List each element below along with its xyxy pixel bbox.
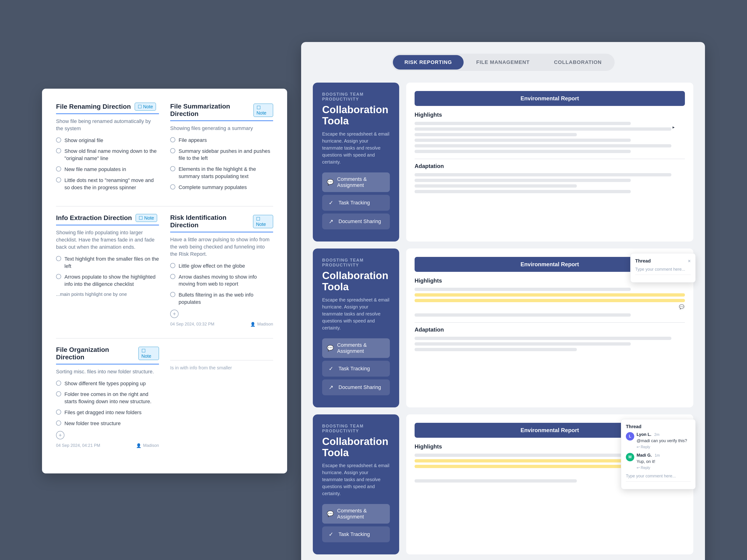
card-label-2: BOOSTING TEAM PRODUCTIVITY [322, 258, 390, 268]
reply-link-2[interactable]: ↩ Reply [637, 465, 691, 470]
tracking-label-3: Task Tracking [338, 531, 370, 537]
line [415, 190, 631, 193]
checkbox-1[interactable] [56, 137, 61, 142]
line [415, 139, 631, 142]
checkbox-3[interactable] [56, 166, 61, 171]
file-renaming-title: File Renaming Direction [56, 103, 131, 110]
tracking-label-2: Task Tracking [338, 366, 370, 372]
comment-time-1: 2m [654, 433, 660, 436]
checkbox-16[interactable] [56, 409, 61, 415]
comment-1: L Lyon L. 2m @madi can you verify this? … [626, 432, 691, 449]
checkbox-7[interactable] [170, 166, 175, 171]
thread-input-comments[interactable]: Type your comment here... [626, 474, 691, 482]
info-extraction-desc: Showing file info populating into larger… [56, 229, 159, 250]
tracking-label-1: Task Tracking [338, 200, 370, 206]
tab-collaboration[interactable]: COLLABORATION [542, 55, 613, 70]
sharing-icon-2: ↗ [327, 383, 335, 392]
list-item: Files get dragged into new folders [56, 409, 159, 416]
risk-identification-note-badge: ☐ Note [253, 215, 273, 228]
line [415, 348, 577, 351]
comment-time-2: 1m [654, 453, 660, 457]
line [415, 122, 631, 125]
checkbox-2[interactable] [56, 148, 61, 153]
file-summarization-desc: Showing files generating a summary [170, 125, 273, 132]
list-item: Little dots next to "renaming" move and … [56, 177, 159, 191]
extra-note: ...main points highlight one by one [56, 292, 159, 297]
highlighted-line-2 [415, 299, 685, 302]
checkbox-13[interactable] [170, 292, 175, 297]
highlights-content-1 [415, 122, 685, 153]
file-renaming-desc: Show file being renamed automatically by… [56, 118, 159, 132]
sharing-label-1: Document Sharing [338, 218, 381, 224]
thread-input-empty[interactable]: Type your comment here... [635, 267, 691, 275]
document-sharing-button-2[interactable]: ↗ Document Sharing [322, 379, 390, 395]
task-tracking-button-1[interactable]: ✓ Task Tracking [322, 195, 390, 211]
line [415, 337, 671, 340]
comment-author-2: Madi G. [637, 453, 652, 458]
file-summarization-title: File Summarization Direction [170, 103, 250, 117]
comments-icon-3: 💬 [327, 510, 334, 518]
task-tracking-button-3[interactable]: ✓ Task Tracking [322, 526, 390, 542]
tab-file-management[interactable]: FILE MANAGEMENT [465, 55, 541, 70]
card-row-1: BOOSTING TEAM PRODUCTIVITY Collaboration… [313, 83, 693, 241]
risk-identification-title: Risk Identification Direction [170, 214, 249, 229]
comments-assignment-button-1[interactable]: 💬 Comments & Assignment [322, 172, 390, 192]
checkbox-11[interactable] [170, 263, 175, 268]
comments-label-1: Comments & Assignment [337, 176, 385, 188]
document-sharing-button-1[interactable]: ↗ Document Sharing [322, 213, 390, 229]
adaptation-label-2: Adaptation [415, 326, 685, 333]
comment-dot: 💬 [678, 303, 685, 310]
avatar-lyon: L [626, 432, 634, 441]
risk-identification-section: Risk Identification Direction ☐ Note Hav… [170, 214, 273, 327]
thread-title-empty: Thread [635, 258, 651, 264]
thread-panel-comments: Thread L Lyon L. 2m @madi can you verify… [621, 419, 696, 489]
card-desc-3: Escape the spreadsheet & email hurricane… [322, 462, 390, 497]
list-item: Summary sidebar pushes in and pushes fil… [170, 148, 273, 162]
checkbox-15[interactable] [56, 391, 61, 396]
checkbox-4[interactable] [56, 177, 61, 183]
content-area-3: Environmental Report Highlights 💬 Thread [406, 415, 693, 555]
checkbox-14[interactable] [56, 380, 61, 386]
close-thread-button[interactable]: × [688, 258, 691, 264]
tracking-icon-1: ✓ [327, 198, 335, 207]
file-organization-title: File Organization Direction [56, 346, 135, 361]
thread-title-comments: Thread [626, 424, 642, 429]
task-tracking-button-2[interactable]: ✓ Task Tracking [322, 361, 390, 377]
line [415, 144, 671, 148]
report-header-1: Environmental Report [415, 91, 685, 106]
line [415, 173, 671, 177]
card-row-2: BOOSTING TEAM PRODUCTIVITY Collaboration… [313, 248, 693, 407]
file-renaming-note-badge: ☐ Note [135, 103, 156, 111]
highlights-content-2: 💬 [415, 288, 685, 317]
checkbox-8[interactable] [170, 184, 175, 189]
checkbox-10[interactable] [56, 274, 61, 279]
card-desc-2: Escape the spreadsheet & email hurricane… [322, 296, 390, 331]
checkbox-12[interactable] [170, 274, 175, 279]
tab-risk-reporting[interactable]: RISK REPORTING [393, 55, 464, 70]
file-organization-section: File Organization Direction ☐ Note Sorti… [56, 346, 159, 448]
comments-assignment-button-3[interactable]: 💬 Comments & Assignment [322, 504, 390, 524]
checkbox-9[interactable] [56, 256, 61, 261]
placeholder-col: Is in with info from the smaller [170, 346, 273, 459]
app-card-2: BOOSTING TEAM PRODUCTIVITY Collaboration… [313, 248, 399, 407]
file-summarization-section: File Summarization Direction ☐ Note Show… [170, 103, 273, 195]
list-item: Elements in the file highlight & the sum… [170, 166, 273, 180]
add-risk-item-button[interactable]: + [170, 310, 179, 318]
file-organization-desc: Sorting misc. files into new folder stru… [56, 368, 159, 375]
risk-timestamp: 04 Sep 2024, 03:32 PM [170, 322, 214, 327]
list-item: New file name populates in [56, 166, 159, 173]
line [415, 127, 671, 131]
checkbox-17[interactable] [56, 421, 61, 426]
checkbox-6[interactable] [170, 148, 175, 153]
comments-assignment-button-2[interactable]: 💬 Comments & Assignment [322, 338, 390, 358]
comment-text-1: @madi can you verify this? [637, 438, 691, 444]
line [415, 288, 631, 291]
reply-link-1[interactable]: ↩ Reply [637, 445, 691, 449]
list-item: Text highlight from the smaller files on… [56, 256, 159, 270]
risk-identification-desc: Have a little arrow pulsing to show info… [170, 236, 273, 258]
add-org-item-button[interactable]: + [56, 431, 65, 439]
card-label-1: BOOSTING TEAM PRODUCTIVITY [322, 92, 390, 102]
highlights-label-1: Highlights [415, 111, 685, 118]
checkbox-5[interactable] [170, 137, 175, 142]
list-item: Little glow effect on the globe [170, 263, 273, 270]
